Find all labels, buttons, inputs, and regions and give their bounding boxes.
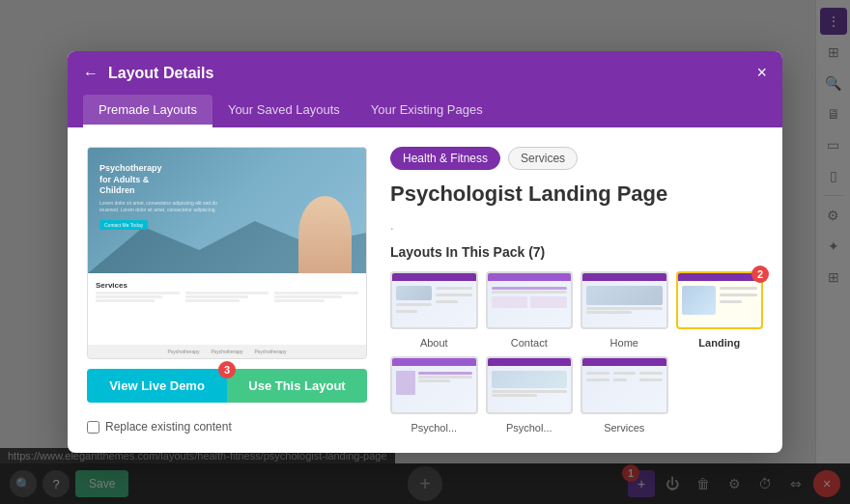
modal-overlay: ← Layout Details × Premade Layouts Your … (0, 0, 850, 504)
layout-thumb-landing[interactable]: 2 Landing (676, 271, 764, 349)
layout-thumb-home[interactable]: Home (581, 271, 668, 349)
thumb-landing-label: Landing (676, 337, 764, 349)
layout-subtitle: . (390, 218, 763, 233)
replace-checkbox-wrap: Replace existing content (87, 420, 367, 434)
preview-banner: Psychotherapyfor Adults &Children Lorem … (88, 148, 366, 273)
thumb-home (581, 271, 668, 329)
thumb-landing (676, 271, 764, 329)
modal-header: ← Layout Details × (68, 51, 782, 95)
replace-label[interactable]: Replace existing content (105, 420, 232, 434)
thumb-about-label: About (390, 337, 478, 349)
layouts-grid: About (390, 271, 763, 434)
preview-person (298, 196, 352, 273)
thumb-home-label: Home (581, 337, 668, 349)
thumb-contact (486, 271, 574, 329)
thumb-contact-label: Contact (486, 337, 574, 349)
tab-saved-layouts[interactable]: Your Saved Layouts (212, 95, 355, 127)
layout-thumb-contact[interactable]: Contact (486, 271, 574, 349)
tab-existing-pages[interactable]: Your Existing Pages (355, 95, 498, 127)
layout-preview: Psychotherapyfor Adults &Children Lorem … (87, 147, 367, 434)
view-live-demo-button[interactable]: View Live Demo (87, 369, 227, 403)
action-buttons-wrap: View Live Demo Use This Layout 3 (87, 369, 367, 403)
use-this-layout-button[interactable]: Use This Layout (227, 369, 367, 403)
preview-content: Psychotherapyfor Adults &Children Lorem … (88, 148, 366, 358)
tab-premade-layouts[interactable]: Premade Layouts (83, 95, 212, 127)
badge-2: 2 (751, 266, 769, 283)
thumb-psychol-2 (486, 356, 574, 414)
modal-title-wrap: ← Layout Details (83, 65, 213, 82)
layout-details: Health & Fitness Services Psychologist L… (390, 147, 763, 434)
thumb-services-label: Services (581, 422, 668, 434)
modal-back-button[interactable]: ← (83, 65, 99, 82)
layout-thumb-psychol-1[interactable]: Psychol... (390, 356, 478, 434)
layout-thumb-psychol-2[interactable]: Psychol... (486, 356, 574, 434)
pack-title: Layouts In This Pack (7) (390, 244, 763, 260)
thumb-about (390, 271, 478, 329)
replace-checkbox[interactable] (87, 421, 99, 434)
tag-services[interactable]: Services (508, 147, 578, 170)
modal-close-button[interactable]: × (756, 63, 767, 83)
modal-body: Psychotherapyfor Adults &Children Lorem … (68, 127, 782, 453)
category-tags: Health & Fitness Services (390, 147, 763, 170)
layout-thumb-services[interactable]: Services (581, 356, 668, 434)
tag-health-fitness[interactable]: Health & Fitness (390, 147, 500, 170)
layout-thumb-about[interactable]: About (390, 271, 478, 349)
modal-title: Layout Details (108, 65, 213, 82)
thumb-psychol-1 (390, 356, 478, 414)
preview-text-area: Services (88, 273, 366, 345)
layout-name: Psychologist Landing Page (390, 182, 763, 207)
thumb-psychol-2-label: Psychol... (486, 422, 574, 434)
badge-3: 3 (218, 361, 236, 378)
thumb-services (581, 356, 668, 414)
thumb-psychol-1-label: Psychol... (390, 422, 478, 434)
modal-tabs: Premade Layouts Your Saved Layouts Your … (68, 95, 782, 127)
preview-image: Psychotherapyfor Adults &Children Lorem … (87, 147, 367, 359)
layout-details-modal: ← Layout Details × Premade Layouts Your … (68, 51, 782, 453)
